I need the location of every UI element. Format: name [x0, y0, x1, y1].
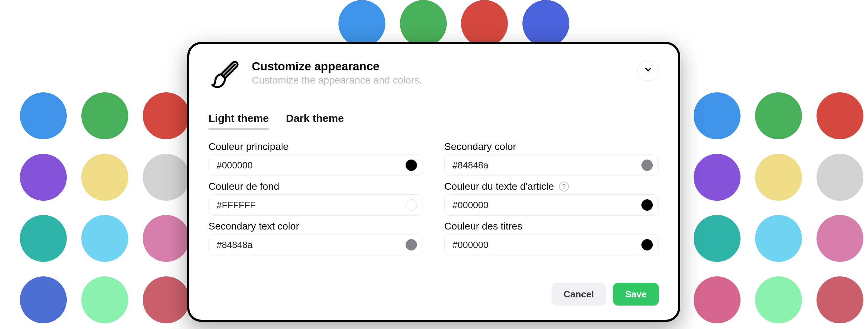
card-header: Customize appearance Customize the appea…	[208, 60, 659, 92]
field-label: Couleur des titres	[444, 221, 522, 232]
card-footer: Cancel Save	[208, 276, 659, 306]
color-swatch[interactable]	[641, 160, 653, 171]
customize-appearance-card: Customize appearance Customize the appea…	[187, 42, 680, 322]
chevron-down-icon	[644, 65, 653, 76]
secondary-color-input[interactable]	[452, 160, 636, 171]
color-swatch[interactable]	[406, 239, 417, 250]
color-input-row[interactable]	[444, 155, 659, 176]
field-titles-color: Couleur des titres	[444, 221, 659, 259]
field-label: Secondary color	[444, 141, 516, 152]
field-background-color: Couleur de fond	[208, 181, 423, 219]
tab-light-theme[interactable]: Light theme	[208, 112, 269, 130]
secondary-text-color-input[interactable]	[217, 239, 401, 250]
field-label: Couleur principale	[208, 141, 289, 152]
color-fields-grid: Couleur principale Secondary color Coule…	[208, 141, 659, 259]
primary-color-input[interactable]	[217, 160, 401, 171]
article-text-color-input[interactable]	[452, 200, 636, 211]
tab-dark-theme[interactable]: Dark theme	[286, 112, 344, 130]
field-label: Couleur de fond	[208, 181, 279, 192]
color-input-row[interactable]	[444, 194, 659, 216]
field-secondary-color: Secondary color	[444, 141, 659, 179]
color-input-row[interactable]	[208, 234, 423, 255]
color-swatch[interactable]	[406, 160, 417, 171]
field-primary-color: Couleur principale	[208, 141, 423, 179]
color-swatch[interactable]	[641, 199, 653, 211]
theme-tabs: Light theme Dark theme	[208, 112, 659, 130]
color-input-row[interactable]	[208, 194, 423, 216]
field-label: Couleur du texte d'article	[444, 181, 554, 192]
collapse-button[interactable]	[638, 60, 659, 81]
background-color-input[interactable]	[217, 200, 401, 211]
color-swatch[interactable]	[641, 239, 653, 250]
brush-icon	[208, 60, 240, 92]
color-swatch[interactable]	[406, 199, 417, 211]
card-title: Customize appearance	[252, 60, 625, 73]
field-secondary-text-color: Secondary text color	[208, 221, 423, 259]
field-label: Secondary text color	[208, 221, 299, 232]
field-article-text-color: Couleur du texte d'article ?	[444, 181, 659, 219]
color-input-row[interactable]	[208, 155, 423, 176]
cancel-button[interactable]: Cancel	[552, 283, 606, 306]
help-icon[interactable]: ?	[559, 182, 569, 192]
card-subtitle: Customize the appearance and colors.	[252, 75, 625, 86]
save-button[interactable]: Save	[613, 283, 659, 306]
color-input-row[interactable]	[444, 234, 659, 255]
titles-color-input[interactable]	[452, 239, 636, 250]
